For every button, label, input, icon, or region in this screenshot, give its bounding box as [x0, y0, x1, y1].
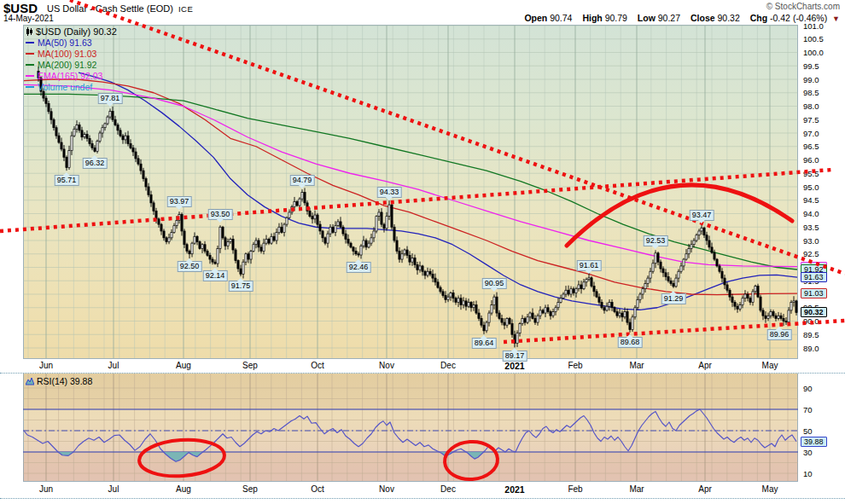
- annotation-pointer: [626, 334, 633, 338]
- candlestick-icon: [26, 27, 33, 36]
- price-annotation-94.79: 94.79: [290, 175, 315, 186]
- copyright-label: © StockCharts.com: [766, 2, 840, 11]
- stockcharts-chart: JunJulAugSepOctNovDec2021FebMarAprMay Ju…: [0, 0, 845, 504]
- month-label-Apr: Apr: [698, 484, 712, 494]
- price-axis-label: 101.0: [803, 21, 824, 31]
- legend-row-ema165: EMA(165) 92.03: [26, 71, 102, 81]
- date-axis-main: JunJulAugSepOctNovDec2021FebMarAprMay: [0, 359, 845, 374]
- annotation-pointer: [586, 270, 592, 274]
- price-axis-label: 89.0: [803, 344, 819, 353]
- price-annotation-92.46: 92.46: [347, 262, 371, 273]
- annotation-pointer: [386, 197, 393, 200]
- month-label-Feb: Feb: [568, 361, 582, 370]
- price-axis-label: 94.5: [803, 195, 819, 205]
- price-annotation-91.75: 91.75: [229, 281, 253, 292]
- symbol-description: US Dollar - Cash Settle (EOD)ICE: [47, 3, 193, 14]
- ma200-line-swatch-icon: [26, 64, 34, 66]
- rsi-overbought-zone: [23, 374, 798, 409]
- close-value: 90.32: [717, 13, 739, 23]
- price-axis-label: 90.0: [803, 316, 819, 326]
- low-value: 90.27: [658, 13, 680, 23]
- rsi-legend-row: RSI(14) 39.88: [26, 376, 92, 386]
- price-axis-label: 98.0: [803, 101, 819, 111]
- annotation-pointer: [670, 291, 677, 294]
- high-value: 90.79: [605, 13, 627, 23]
- price-annotation-89.96: 89.96: [767, 329, 792, 340]
- legend-row-ma200: MA(200) 91.92: [26, 60, 96, 70]
- annotation-pointer: [186, 258, 193, 262]
- axis-value-box-90.32: 90.32: [801, 307, 827, 317]
- price-annotation-93.50: 93.50: [208, 209, 233, 220]
- price-annotation-97.81: 97.81: [98, 93, 123, 104]
- annotation-pointer: [299, 185, 306, 188]
- month-label-Nov: Nov: [379, 484, 394, 494]
- indicator-icon: [26, 377, 34, 385]
- rsi-axis-label: 50: [803, 426, 813, 436]
- legend-row-ma100: MA(100) 91.03: [26, 49, 96, 59]
- price-axis-label: 95.5: [803, 169, 819, 178]
- legend-row-ma50: MA(50) 91.63: [26, 38, 92, 48]
- annotation-pointer: [511, 348, 518, 351]
- annotation-pointer: [481, 335, 487, 339]
- price-axis-label: 100.0: [803, 48, 824, 57]
- price-chart-panel: [23, 25, 798, 359]
- month-label-Mar: Mar: [629, 484, 644, 494]
- price-annotation-93.97: 93.97: [167, 196, 192, 207]
- close-label: Close: [691, 13, 715, 23]
- legend-row-label: MA(50) 91.63: [38, 38, 92, 48]
- price-annotation-89.17: 89.17: [503, 350, 527, 362]
- annotation-pointer: [91, 155, 98, 159]
- price-annotation-95.71: 95.71: [55, 175, 79, 186]
- annotation-pointer: [107, 103, 114, 107]
- symbol-description-text: US Dollar - Cash Settle (EOD): [47, 3, 173, 14]
- price-annotation-89.68: 89.68: [618, 337, 643, 348]
- price-annotation-90.95: 90.95: [482, 278, 507, 289]
- annotation-pointer: [698, 220, 705, 223]
- month-label-Dec: Dec: [440, 361, 456, 370]
- month-label-2021: 2021: [504, 361, 524, 371]
- month-label-May: May: [762, 361, 778, 370]
- annotation-pointer: [355, 259, 362, 263]
- high-label: High: [582, 13, 602, 23]
- legend-row-label: EMA(165) 92.03: [38, 71, 102, 81]
- month-label-Sep: Sep: [242, 484, 258, 494]
- price-axis-label: 100.5: [803, 34, 824, 43]
- month-label-Apr: Apr: [698, 361, 712, 370]
- legend-row-label: MA(200) 91.92: [38, 60, 96, 70]
- chg-label: Chg: [750, 13, 767, 23]
- ema165-line-swatch-icon: [26, 75, 34, 77]
- month-label-Oct: Oct: [311, 484, 324, 494]
- legend-row-label: MA(100) 91.03: [38, 49, 96, 59]
- month-label-Feb: Feb: [568, 484, 582, 494]
- ma50-line-swatch-icon: [26, 42, 34, 43]
- price-axis-label: 96.5: [803, 142, 819, 151]
- price-axis-label: 97.5: [803, 115, 819, 125]
- month-label-Jul: Jul: [108, 484, 119, 494]
- price-axis-label: 89.5: [803, 330, 819, 339]
- annotation-pointer: [776, 327, 783, 330]
- ohlc-quote-row: Open 90.74 High 90.79 Low 90.27 Close 90…: [516, 13, 840, 23]
- axis-value-box-91.63: 91.63: [801, 272, 827, 282]
- legend-row-label: Volume undef: [38, 82, 92, 92]
- down-triangle-icon: ▼: [832, 14, 840, 23]
- date-axis-rsi: JunJulAugSepOctNovDec2021FebMarAprMay: [0, 483, 845, 499]
- month-label-Jun: Jun: [39, 484, 53, 494]
- price-annotation-96.32: 96.32: [83, 158, 108, 169]
- ma100-line-swatch-icon: [26, 53, 34, 55]
- annotation-pointer: [652, 246, 659, 249]
- price-axis-label: 97.0: [803, 129, 819, 138]
- price-axis-label: 96.0: [803, 155, 819, 165]
- legend-main-row: $USD (Daily) 90.32: [26, 26, 117, 37]
- rsi-value-box: 39.88: [801, 437, 827, 447]
- price-annotation-93.47: 93.47: [690, 210, 714, 221]
- legend-row-volume: Volume undef: [26, 82, 92, 92]
- rsi-axis-label: 90: [803, 384, 813, 393]
- rsi-axis-label: 10: [803, 469, 813, 478]
- month-label-Aug: Aug: [176, 484, 191, 494]
- price-annotation-92.14: 92.14: [203, 270, 228, 281]
- month-label-May: May: [762, 484, 778, 494]
- price-axis-label: 99.0: [803, 75, 819, 84]
- month-label-Oct: Oct: [311, 361, 324, 370]
- exchange-label: ICE: [178, 4, 193, 14]
- rsi-oversold-zone: [23, 452, 798, 481]
